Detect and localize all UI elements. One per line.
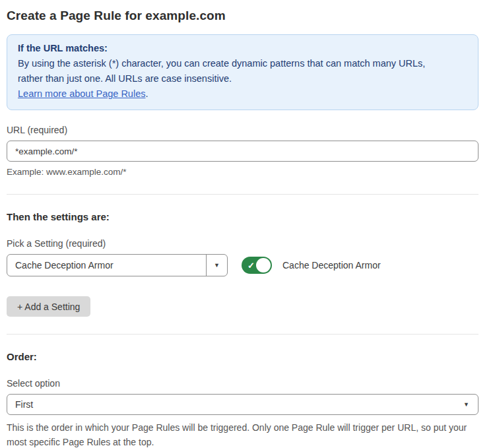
order-select-label: Select option [7,378,478,389]
info-box-body: By using the asterisk (*) character, you… [18,56,452,86]
url-input[interactable] [7,141,478,162]
setting-select-arrow-button[interactable]: ▼ [206,255,227,276]
order-helper: This is the order in which your Page Rul… [7,420,478,448]
link-suffix: . [145,88,148,99]
divider [7,194,478,195]
setting-toggle[interactable]: ✓ [242,257,272,274]
toggle-knob [256,258,271,272]
settings-section-heading: Then the settings are: [7,211,478,222]
url-match-info-box: If the URL matches: By using the asteris… [7,34,478,110]
page-title: Create a Page Rule for example.com [7,8,478,23]
url-helper: Example: www.example.com/* [7,167,478,177]
setting-toggle-label: Cache Deception Armor [282,260,381,271]
setting-select-value: Cache Deception Armor [7,255,206,276]
learn-more-link[interactable]: Learn more about Page Rules [18,88,145,99]
order-select[interactable]: First ▼ [7,394,478,415]
setting-picker-label: Pick a Setting (required) [7,238,478,249]
info-box-heading: If the URL matches: [18,41,467,56]
setting-select[interactable]: Cache Deception Armor ▼ [7,254,228,276]
add-setting-button[interactable]: + Add a Setting [7,296,90,317]
divider [7,334,478,335]
check-icon: ✓ [248,261,255,271]
order-section-heading: Order: [7,351,478,362]
chevron-down-icon: ▼ [463,402,469,408]
url-label: URL (required) [7,125,478,135]
page-rule-form: Create a Page Rule for example.com If th… [0,0,495,448]
setting-row: Cache Deception Armor ▼ ✓ Cache Deceptio… [7,254,478,276]
info-box-link-row: Learn more about Page Rules. [18,86,467,102]
order-select-value: First [15,399,33,410]
chevron-down-icon: ▼ [214,263,220,269]
